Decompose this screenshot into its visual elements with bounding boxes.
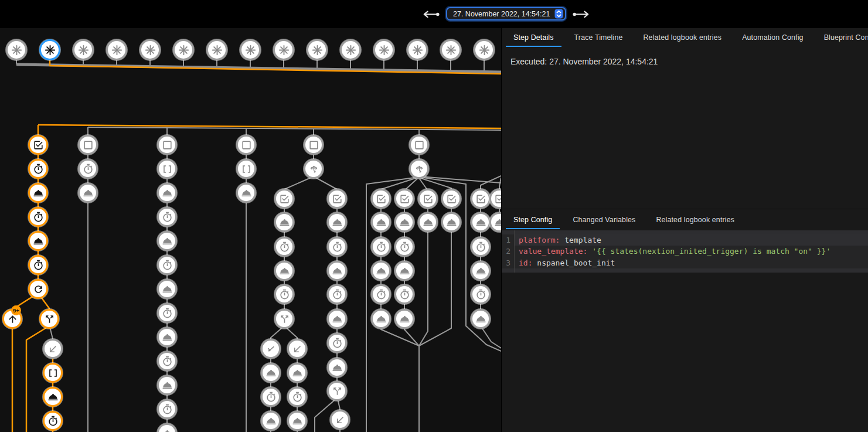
- graph-node-refresh[interactable]: [28, 279, 48, 299]
- graph-node-bell[interactable]: [28, 183, 48, 203]
- graph-node-asterisk[interactable]: [440, 39, 461, 60]
- graph-node-checkbox-marked[interactable]: [371, 189, 391, 209]
- graph-node-bell[interactable]: [371, 212, 391, 232]
- graph-node-asterisk[interactable]: [73, 39, 94, 60]
- graph-node-checkbox-marked[interactable]: [394, 189, 414, 209]
- graph-node-bell[interactable]: [371, 261, 391, 281]
- graph-node-bell[interactable]: [327, 212, 347, 232]
- graph-node-timer[interactable]: [43, 411, 63, 431]
- tab-related-logbook-entries[interactable]: Related logbook entries: [636, 28, 730, 47]
- graph-node-bell[interactable]: [261, 411, 281, 431]
- graph-node-bell[interactable]: [471, 309, 491, 329]
- graph-node-asterisk[interactable]: [373, 39, 394, 60]
- graph-node-arrow-bottom-left[interactable]: [287, 339, 307, 359]
- graph-node-brackets[interactable]: [236, 159, 256, 179]
- graph-node-timer[interactable]: [28, 159, 48, 179]
- graph-node-checkbox-marked[interactable]: [28, 135, 48, 155]
- graph-node-brackets[interactable]: [43, 363, 63, 383]
- graph-node-asterisk[interactable]: [340, 39, 361, 60]
- graph-node-asterisk[interactable]: [173, 39, 194, 60]
- graph-node-asterisk[interactable]: [307, 39, 328, 60]
- graph-node-asterisk[interactable]: [407, 39, 428, 60]
- graph-node-timer[interactable]: [157, 399, 177, 419]
- graph-node-bell[interactable]: [441, 212, 461, 232]
- graph-node-bell[interactable]: [418, 212, 438, 232]
- graph-node-bell[interactable]: [157, 183, 177, 203]
- graph-node-timer[interactable]: [274, 284, 294, 304]
- graph-node-bell[interactable]: [28, 231, 48, 251]
- graph-node-timer[interactable]: [394, 237, 414, 257]
- graph-node-checkbox-blank[interactable]: [78, 135, 98, 155]
- yaml-code-editor[interactable]: 1platform: template2value_template: '{{ …: [502, 230, 868, 273]
- graph-node-checkbox-marked[interactable]: [274, 189, 294, 209]
- graph-node-bell[interactable]: [78, 183, 98, 203]
- graph-node-timer[interactable]: [327, 237, 347, 257]
- graph-node-bell[interactable]: [157, 279, 177, 299]
- graph-node-asterisk[interactable]: [139, 39, 161, 60]
- graph-node-checkbox-marked[interactable]: [327, 189, 347, 209]
- graph-node-timer[interactable]: [157, 351, 177, 371]
- graph-node-arrow-bottom-left[interactable]: [330, 410, 350, 430]
- graph-node-bell[interactable]: [327, 358, 347, 377]
- graph-node-timer[interactable]: [157, 207, 177, 227]
- graph-node-timer[interactable]: [261, 387, 281, 407]
- graph-node-timer[interactable]: [157, 255, 177, 275]
- graph-node-bell[interactable]: [327, 261, 347, 281]
- trace-date-select[interactable]: 27. November 2022, 14:54:21: [446, 7, 566, 21]
- previous-trace-button[interactable]: [422, 10, 440, 18]
- graph-node-asterisk[interactable]: [474, 39, 495, 60]
- graph-node-bell[interactable]: [261, 363, 281, 383]
- next-trace-button[interactable]: [573, 10, 590, 18]
- graph-node-call-split[interactable]: [327, 381, 347, 401]
- graph-node-timer[interactable]: [394, 284, 414, 304]
- config-tab-related-logbook-entries[interactable]: Related logbook entries: [648, 210, 742, 229]
- graph-node-timer[interactable]: [28, 207, 48, 227]
- graph-node-bell[interactable]: [471, 212, 491, 232]
- graph-node-asterisk[interactable]: [106, 39, 127, 60]
- graph-node-checkbox-blank[interactable]: [409, 135, 429, 155]
- graph-node-bell[interactable]: [394, 309, 414, 329]
- graph-node-check-arrow[interactable]: [261, 339, 281, 359]
- graph-node-call-split[interactable]: [274, 309, 294, 329]
- graph-node-timer[interactable]: [78, 159, 98, 179]
- graph-node-asterisk[interactable]: [6, 39, 27, 60]
- graph-node-timer[interactable]: [471, 237, 491, 257]
- graph-node-asterisk[interactable]: [273, 39, 294, 60]
- graph-node-bell[interactable]: [394, 261, 414, 281]
- graph-node-bell[interactable]: [287, 411, 307, 431]
- tab-blueprint-config[interactable]: Blueprint Config: [816, 28, 868, 47]
- graph-node-bell[interactable]: [287, 363, 307, 383]
- graph-node-timer[interactable]: [471, 284, 491, 304]
- graph-node-arrow-decision[interactable]: [409, 159, 429, 179]
- config-tab-step-config[interactable]: Step Config: [506, 210, 560, 229]
- graph-node-asterisk[interactable]: [240, 39, 261, 60]
- graph-node-arrow-decision[interactable]: [304, 159, 324, 179]
- graph-node-timer[interactable]: [371, 284, 391, 304]
- graph-node-timer[interactable]: [371, 237, 391, 257]
- graph-node-timer[interactable]: [157, 303, 177, 323]
- graph-node-bell[interactable]: [471, 261, 491, 281]
- graph-node-timer[interactable]: [327, 284, 347, 304]
- graph-node-bell[interactable]: [274, 212, 294, 232]
- graph-node-bell[interactable]: [43, 387, 63, 407]
- graph-node-checkbox-blank[interactable]: [304, 135, 324, 155]
- graph-node-call-split[interactable]: [39, 309, 59, 329]
- graph-node-asterisk[interactable]: [206, 39, 227, 60]
- graph-node-checkbox-marked[interactable]: [471, 189, 491, 209]
- graph-node-checkbox-blank[interactable]: [157, 135, 177, 155]
- graph-node-bell[interactable]: [157, 375, 177, 395]
- graph-node-timer[interactable]: [274, 237, 294, 257]
- graph-node-timer[interactable]: [287, 387, 307, 407]
- tab-trace-timeline[interactable]: Trace Timeline: [567, 28, 631, 47]
- graph-node-bell[interactable]: [274, 261, 294, 281]
- graph-node-brackets[interactable]: [157, 159, 177, 179]
- config-tab-changed-variables[interactable]: Changed Variables: [565, 210, 643, 229]
- tab-automation-config[interactable]: Automation Config: [734, 28, 811, 47]
- graph-node-bell[interactable]: [236, 183, 256, 203]
- graph-node-bell[interactable]: [327, 309, 347, 329]
- graph-node-bell[interactable]: [157, 231, 177, 251]
- graph-node-checkbox-marked[interactable]: [418, 189, 438, 209]
- graph-node-checkbox-marked[interactable]: [441, 189, 461, 209]
- graph-node-timer[interactable]: [327, 333, 347, 353]
- graph-node-arrow-bottom-left[interactable]: [43, 339, 63, 359]
